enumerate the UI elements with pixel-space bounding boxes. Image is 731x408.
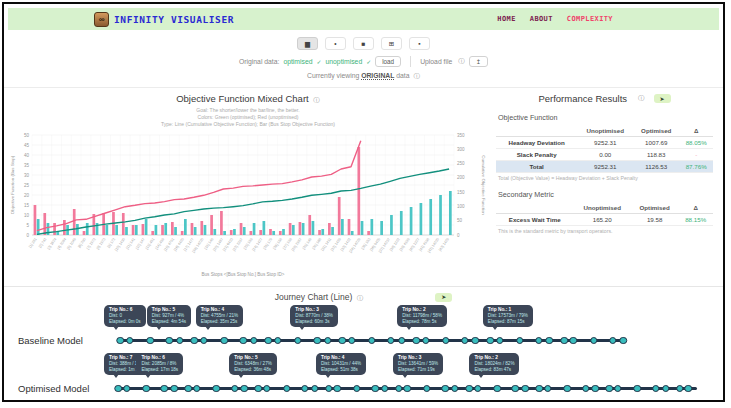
bus-stop-node[interactable]: [114, 385, 122, 393]
bus-stop-node[interactable]: [333, 385, 341, 393]
bus-stop-node[interactable]: [313, 337, 321, 345]
bus-stop-node[interactable]: [165, 337, 173, 345]
bus-stop-node[interactable]: [684, 385, 692, 393]
bus-stop-node[interactable]: [294, 337, 302, 345]
toolbar-bar-chart-button[interactable]: ▆: [297, 37, 318, 50]
bus-stop-node[interactable]: [404, 385, 412, 393]
bus-stop-node[interactable]: [521, 385, 529, 393]
bus-stop-node[interactable]: [535, 385, 543, 393]
bus-stop-node[interactable]: [381, 385, 389, 393]
bus-stop-node[interactable]: [398, 337, 406, 345]
bus-stop-node[interactable]: [634, 385, 642, 393]
bus-stop-node[interactable]: [324, 337, 332, 345]
info-icon[interactable]: ⓘ: [638, 94, 645, 103]
bus-stop-node[interactable]: [461, 337, 469, 345]
bus-stop-node[interactable]: [496, 337, 504, 345]
bus-stop-node[interactable]: [560, 337, 568, 345]
bus-stop-node[interactable]: [422, 337, 430, 345]
check-icon: ✓: [317, 58, 322, 65]
toolbar-grid-button[interactable]: ⊞: [381, 37, 402, 50]
bus-stop-node[interactable]: [250, 337, 258, 345]
bus-stop-node[interactable]: [441, 385, 449, 393]
bus-stop-node[interactable]: [544, 385, 552, 393]
bus-stop-node[interactable]: [465, 385, 473, 393]
bus-stop-node[interactable]: [161, 385, 169, 393]
bus-stop-node[interactable]: [662, 385, 670, 393]
bus-stop-node[interactable]: [582, 385, 590, 393]
nav-home[interactable]: HOME: [497, 15, 515, 23]
bus-stop-node[interactable]: [570, 337, 578, 345]
bus-stop-node[interactable]: [263, 385, 271, 393]
bus-stop-node[interactable]: [609, 337, 617, 345]
nav-complexity[interactable]: COMPLEXITY: [567, 15, 613, 23]
bus-stop-node[interactable]: [535, 337, 543, 345]
bus-stop-node[interactable]: [564, 385, 572, 393]
bus-stop-node[interactable]: [274, 337, 282, 345]
info-icon[interactable]: ⓘ: [413, 72, 420, 79]
bus-stop-node[interactable]: [606, 385, 614, 393]
bus-stop-node[interactable]: [387, 337, 395, 345]
info-icon[interactable]: ⓘ: [313, 96, 320, 103]
bus-stop-node[interactable]: [126, 337, 134, 345]
results-export-button[interactable]: ➤: [654, 94, 671, 103]
nav-about[interactable]: ABOUT: [530, 15, 553, 23]
bus-stop-node[interactable]: [220, 337, 228, 345]
journey-export-button[interactable]: ➤: [435, 293, 452, 302]
bus-stop-node[interactable]: [395, 385, 403, 393]
bus-stop-node[interactable]: [301, 385, 309, 393]
bus-stop-node[interactable]: [255, 385, 263, 393]
bus-stop-node[interactable]: [516, 337, 524, 345]
bus-stop-node[interactable]: [486, 337, 494, 345]
delta-value: 87.76%: [679, 161, 713, 173]
bus-stop-node[interactable]: [474, 385, 482, 393]
bus-stop-node[interactable]: [512, 385, 520, 393]
bus-stop-node[interactable]: [614, 385, 622, 393]
bus-stop-node[interactable]: [123, 385, 131, 393]
toolbar-point-button[interactable]: •: [325, 37, 346, 50]
bus-stop-node[interactable]: [231, 385, 239, 393]
optimised-toggle[interactable]: optimised: [283, 58, 312, 65]
bus-stop-node[interactable]: [200, 337, 208, 345]
bus-stop-node[interactable]: [371, 385, 379, 393]
bus-stop-node[interactable]: [413, 337, 421, 345]
bus-stop-node[interactable]: [193, 385, 201, 393]
bus-stop-node[interactable]: [620, 337, 628, 345]
bus-stop-node[interactable]: [442, 337, 450, 345]
bus-stop-node[interactable]: [213, 385, 221, 393]
bus-stop-node[interactable]: [117, 337, 125, 345]
bus-stop-node[interactable]: [590, 337, 598, 345]
bus-stop-node[interactable]: [325, 385, 333, 393]
bus-stop-node[interactable]: [451, 385, 459, 393]
bus-stop-node[interactable]: [423, 385, 431, 393]
viewing-dataset[interactable]: ORIGINAL: [361, 72, 394, 79]
toolbar-small-square-button[interactable]: ▪: [409, 37, 430, 50]
bus-stop-node[interactable]: [472, 337, 480, 345]
bus-stop-node[interactable]: [241, 385, 249, 393]
bus-stop-node[interactable]: [142, 385, 150, 393]
info-icon[interactable]: ⓘ: [458, 57, 465, 66]
bus-stop-node[interactable]: [652, 385, 660, 393]
bus-stop-node[interactable]: [265, 337, 273, 345]
info-icon[interactable]: ⓘ: [357, 294, 364, 301]
bus-stop-node[interactable]: [348, 337, 356, 345]
bus-stop-node[interactable]: [353, 385, 361, 393]
objective-mixed-chart[interactable]: 0510152025303540455005010015020025030035…: [8, 129, 486, 279]
bus-stop-node[interactable]: [592, 385, 600, 393]
bus-stop-node[interactable]: [170, 385, 178, 393]
bus-stop-node[interactable]: [176, 337, 184, 345]
bus-stop-node[interactable]: [283, 385, 291, 393]
bus-stop-node[interactable]: [311, 385, 319, 393]
bus-stop-node[interactable]: [239, 337, 247, 345]
bus-stop-node[interactable]: [339, 337, 347, 345]
bus-stop-node[interactable]: [368, 337, 376, 345]
bus-stop-node[interactable]: [546, 337, 554, 345]
load-button[interactable]: load: [375, 56, 401, 67]
bus-stop-node[interactable]: [676, 385, 684, 393]
bus-stop-node[interactable]: [191, 337, 199, 345]
bus-stop-node[interactable]: [146, 337, 154, 345]
toolbar-filled-square-button[interactable]: ■: [353, 37, 374, 50]
bus-stop-node[interactable]: [493, 385, 501, 393]
upload-button[interactable]: ↥: [469, 56, 488, 67]
unoptimised-toggle[interactable]: unoptimised: [326, 58, 363, 65]
bus-stop-node[interactable]: [184, 385, 192, 393]
